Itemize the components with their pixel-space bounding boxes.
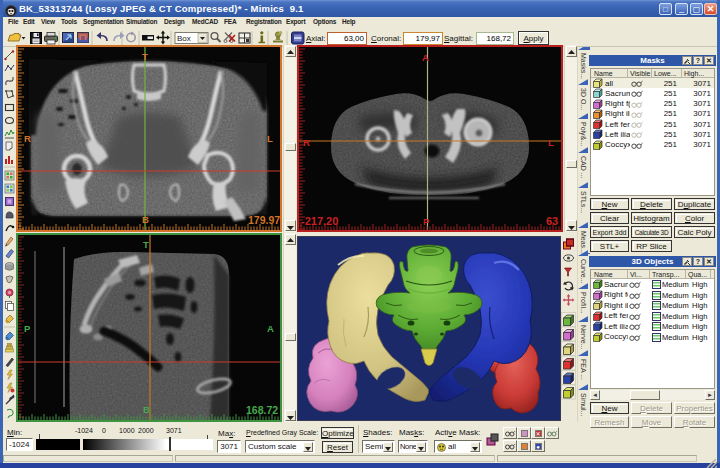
svg-text:A: A [267,323,274,334]
svg-text:R: R [303,137,310,148]
svg-text:-217.20: -217.20 [301,215,338,227]
svg-text:168.72: 168.72 [246,404,278,416]
svg-text:B: B [143,404,150,415]
svg-text:FEA ...: FEA ... [580,359,587,380]
svg-text:3D O...: 3D O... [580,88,587,110]
svg-text:R: R [24,133,31,144]
svg-text:Curve...: Curve... [580,259,587,284]
svg-text:Poly&...: Poly&... [579,122,587,146]
svg-text:179.97: 179.97 [248,214,280,226]
svg-text:Masks...: Masks... [580,53,587,79]
svg-text:P: P [423,216,430,227]
svg-text:Profil...: Profil... [580,292,587,314]
svg-text:Box: Box [177,34,191,43]
svg-text:L: L [267,133,273,144]
svg-text:STLs...: STLs... [580,191,587,213]
svg-text:P: P [24,323,31,334]
svg-text:L: L [548,137,554,148]
svg-text:B: B [142,214,149,225]
svg-text:63: 63 [546,215,558,227]
svg-text:Meas...: Meas... [580,231,587,254]
svg-text:T: T [142,51,148,62]
svg-text:CAD ...: CAD ... [580,156,587,179]
svg-text:A: A [422,52,429,63]
svg-text:Nerve...: Nerve... [580,325,587,350]
svg-text:T: T [143,239,149,250]
svg-text:Simul...: Simul... [580,393,587,416]
